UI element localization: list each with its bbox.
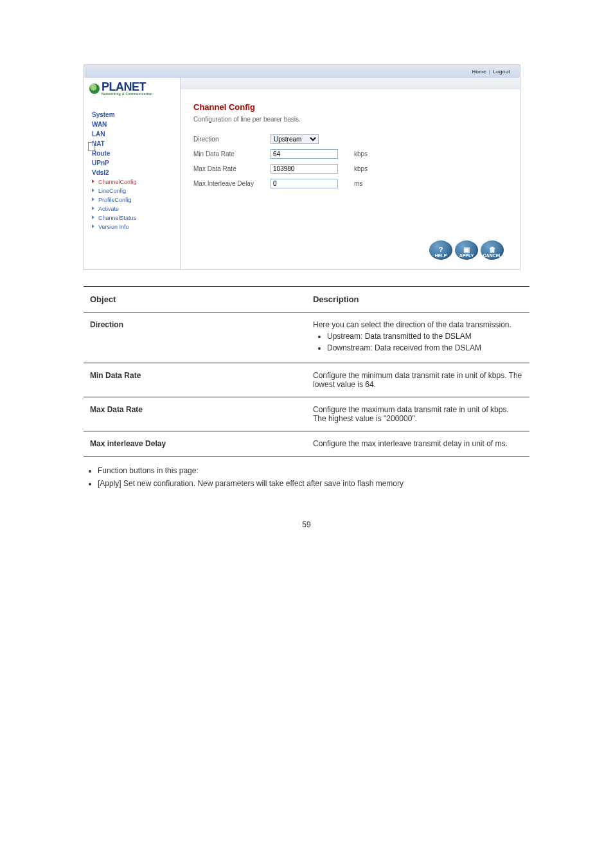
table-row: Max interleave Delay Configure the max i… [84,431,529,457]
nav-wan[interactable]: WAN [89,120,175,129]
page-number: 59 [84,520,529,529]
list-item: [Apply] Set new confiuration. New parame… [98,479,529,488]
nav-menu: System WAN LAN NAT Route UPnP Vdsl2 Chan… [89,110,175,231]
list-item: Upstream: Data transmitted to the DSLAM [327,332,523,341]
cancel-button-label: CANCEL [483,253,501,258]
label-minrate: Min Data Rate [193,150,271,158]
topbar: Home | Logout [84,65,520,78]
nav-system[interactable]: System [89,110,175,120]
table-row: Max Data Rate Configure the maximum data… [84,397,529,431]
nav-route[interactable]: Route [89,149,175,158]
cell-desc: Configure the minimum data transmit rate… [306,363,529,397]
select-direction[interactable]: Upstream [271,134,319,144]
row-minrate: Min Data Rate kbps [193,149,507,159]
cell-desc: Here you can select the direction of the… [306,312,529,363]
content-area: Channel Config Configuration of line per… [181,78,520,269]
th-description: Description [306,287,529,312]
separator: | [489,69,490,75]
apply-button[interactable]: ▣ APPLY [455,240,478,260]
nav-profileconfig[interactable]: ProfileConfig [89,195,175,204]
label-maxdelay: Max Interleave Delay [193,180,271,187]
sidebar: PLANET Networking & Communication System… [84,78,181,269]
cell-object: Max interleave Delay [84,431,306,457]
text-caret [88,142,94,151]
cell-desc: Configure the max interleave transmit de… [306,431,529,457]
trash-icon: 🗑 [489,246,496,253]
help-icon: ? [439,246,443,253]
brand-logo: PLANET Networking & Communication [89,81,175,96]
content-header-bar [181,78,520,89]
nav-channelstatus[interactable]: ChannelStatus [89,213,175,222]
input-maxdelay[interactable] [271,179,338,188]
nav-nat[interactable]: NAT [89,139,175,149]
unit-maxrate: kbps [354,165,368,172]
cancel-button[interactable]: 🗑 CANCEL [481,240,504,260]
nav-lineconfig[interactable]: LineConfig [89,186,175,195]
nav-lan[interactable]: LAN [89,129,175,139]
input-minrate[interactable] [271,149,338,159]
cell-object: Direction [84,312,306,363]
disk-icon: ▣ [463,246,470,253]
label-direction: Direction [193,136,271,143]
nav-upnp[interactable]: UPnP [89,158,175,168]
unit-maxdelay: ms [354,180,362,187]
help-button-label: HELP [435,253,447,258]
unit-minrate: kbps [354,150,368,158]
row-maxrate: Max Data Rate kbps [193,164,507,174]
row-direction: Direction Upstream [193,134,507,144]
table-row: Direction Here you can select the direct… [84,312,529,363]
nav-activate[interactable]: Activate [89,204,175,213]
logout-link[interactable]: Logout [493,69,510,75]
row-maxdelay: Max Interleave Delay ms [193,179,507,188]
nav-versioninfo[interactable]: Version Info [89,222,175,231]
list-item: Function buttons in this page: [98,466,529,475]
help-button[interactable]: ? HELP [429,240,452,260]
page-title: Channel Config [193,102,507,112]
cell-desc: Configure the maximum data transmit rate… [306,397,529,431]
home-link[interactable]: Home [472,69,486,75]
th-object: Object [84,287,306,312]
planet-globe-icon [89,84,100,94]
reference-table: Object Description Direction Here you ca… [84,286,529,457]
footer-notes: Function buttons in this page: [Apply] S… [84,466,529,488]
brand-tagline: Networking & Communication [102,93,152,96]
nav-vdsl2[interactable]: Vdsl2 [89,168,175,177]
input-maxrate[interactable] [271,164,338,174]
table-row: Min Data Rate Configure the minimum data… [84,363,529,397]
action-buttons: ? HELP ▣ APPLY 🗑 CANCEL [429,240,504,260]
apply-button-label: APPLY [459,253,474,258]
cell-object: Max Data Rate [84,397,306,431]
list-item: Downstream: Data received from the DSLAM [327,343,523,352]
cell-object: Min Data Rate [84,363,306,397]
label-maxrate: Max Data Rate [193,165,271,172]
direction-intro: Here you can select the direction of the… [313,320,523,329]
router-admin-screenshot: Home | Logout PLANET Networking & Commun… [84,64,520,270]
page-description: Configuration of line per bearer basis. [193,116,507,123]
brand-name: PLANET [102,81,152,93]
nav-channelconfig[interactable]: ChannelConfig [89,177,175,186]
